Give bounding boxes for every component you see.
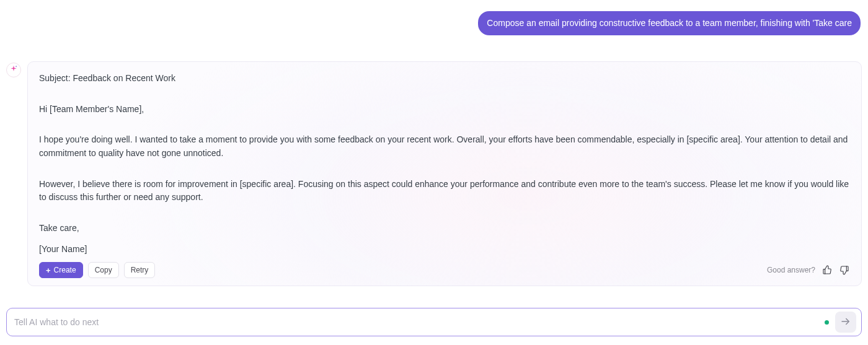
send-icon (840, 316, 851, 329)
create-button-label: Create (54, 266, 76, 274)
user-message-row: Compose an email providing constructive … (6, 11, 862, 35)
retry-button[interactable]: Retry (124, 262, 156, 278)
assistant-response-card: Subject: Feedback on Recent Work Hi [Tea… (27, 61, 862, 287)
copy-button-label: Copy (95, 266, 112, 274)
response-paragraph: [Your Name] (39, 243, 850, 256)
composer[interactable] (6, 308, 862, 336)
response-footer: + Create Copy Retry Good answer? (39, 262, 850, 278)
user-message-bubble: Compose an email providing constructive … (478, 11, 861, 35)
feedback-controls: Good answer? (767, 264, 850, 276)
copy-button[interactable]: Copy (88, 262, 119, 278)
response-paragraph: I hope you're doing well. I wanted to ta… (39, 133, 850, 160)
status-indicator-icon (825, 320, 829, 325)
response-actions: + Create Copy Retry (39, 262, 155, 278)
retry-button-label: Retry (131, 266, 149, 274)
composer-input[interactable] (14, 311, 818, 333)
send-button[interactable] (835, 312, 856, 333)
thumbs-down-icon[interactable] (839, 264, 850, 276)
composer-row (6, 293, 862, 336)
plus-icon: + (46, 266, 51, 274)
thumbs-up-icon[interactable] (822, 264, 833, 276)
response-paragraph: Take care, (39, 222, 850, 235)
assistant-row: Subject: Feedback on Recent Work Hi [Tea… (6, 61, 862, 287)
feedback-prompt: Good answer? (767, 264, 815, 276)
sparkle-icon (9, 64, 18, 76)
response-paragraph: Subject: Feedback on Recent Work (39, 72, 850, 85)
response-paragraph: Hi [Team Member's Name], (39, 103, 850, 116)
assistant-avatar (6, 63, 21, 77)
response-paragraph: However, I believe there is room for imp… (39, 178, 850, 204)
create-button[interactable]: + Create (39, 262, 83, 278)
